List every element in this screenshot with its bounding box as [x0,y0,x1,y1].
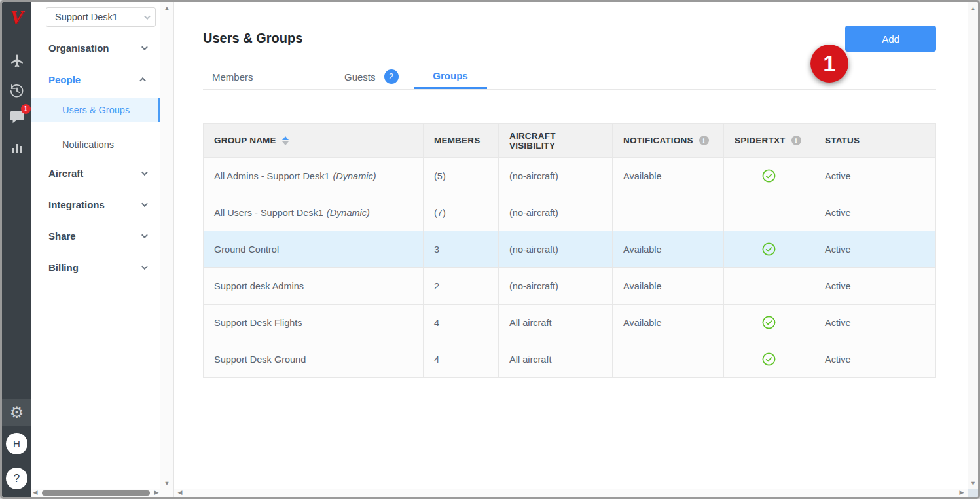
table-row[interactable]: All Users - Support Desk1(Dynamic) (7) (… [204,194,936,231]
scroll-left-icon[interactable]: ◀ [176,489,184,497]
sidebar-item-people[interactable]: People [31,70,160,88]
scroll-right-icon[interactable]: ▶ [153,489,160,497]
page-title: Users & Groups [203,31,302,46]
status-cell: Active [814,268,936,305]
scroll-right-icon[interactable]: ▶ [958,489,966,497]
status-cell: Active [814,158,936,194]
scroll-up-icon[interactable]: ▲ [968,5,978,12]
history-nav-icon[interactable] [2,83,31,100]
main-content: Users & Groups Add 1 Members Guests 2 Gr… [174,2,968,497]
aircraft-visibility-cell: All aircraft [499,341,613,378]
spidertxt-check-icon [761,353,776,363]
sidebar-item-integrations[interactable]: Integrations [31,195,160,213]
table-row[interactable]: Support Desk Flights 4 All aircraft Avai… [204,305,936,341]
sidebar: Support Desk1 Organisation People Users … [31,2,160,497]
main-vertical-scrollbar[interactable]: ▲ ▼ [968,2,978,497]
bar-chart-icon [10,141,24,155]
spidertxt-cell [724,268,814,305]
guests-count-badge: 2 [384,69,399,84]
status-cell: Active [814,231,936,268]
messages-nav-icon[interactable]: 1 [2,108,31,125]
chevron-down-icon [141,200,148,207]
notifications-cell [613,194,724,231]
sidebar-item-aircraft[interactable]: Aircraft [31,164,160,182]
sidebar-item-users-groups[interactable]: Users & Groups [31,98,160,122]
notifications-cell: Available [613,305,724,341]
notifications-cell [613,341,724,378]
tab-groups[interactable]: Groups [414,64,487,89]
members-cell: (7) [424,194,499,231]
scroll-down-icon[interactable]: ▼ [160,480,173,487]
table-row[interactable]: All Admins - Support Desk1(Dynamic) (5) … [204,158,936,194]
group-name-cell: Support desk Admins [204,268,424,305]
sidebar-item-billing[interactable]: Billing [31,258,160,276]
members-cell: 4 [424,305,499,341]
scroll-left-icon[interactable]: ◀ [31,489,39,497]
airplane-icon [9,53,25,69]
column-members: MEMBERS [424,124,499,158]
add-button[interactable]: Add [845,26,936,52]
column-notifications: NOTIFICATIONS i [613,124,724,158]
spidertxt-cell [724,194,814,231]
sort-icon[interactable] [282,136,289,145]
group-name-cell: Support Desk Ground [204,341,424,378]
annotation-step-badge: 1 [810,45,848,83]
main-horizontal-scrollbar[interactable]: ◀ ▶ [174,489,968,497]
tab-guests[interactable]: Guests 2 [344,64,399,89]
spidertxt-cell [724,305,814,341]
spidertxt-check-icon [761,243,776,253]
sidebar-item-notifications[interactable]: Notifications [31,132,160,157]
column-status: STATUS [814,124,936,158]
tab-members[interactable]: Members [212,64,253,89]
gear-icon: ⚙ [10,405,24,420]
app-window: V 1 [0,0,980,499]
spidertxt-cell [724,231,814,268]
table-row[interactable]: Support Desk Ground 4 All aircraft Activ… [204,341,936,378]
organisation-selector[interactable]: Support Desk1 [46,7,156,27]
user-avatar[interactable]: H [6,433,27,454]
spidertxt-check-icon [761,316,776,327]
chevron-down-icon [141,44,148,50]
chevron-down-icon [141,169,148,176]
column-group-name[interactable]: GROUP NAME [204,124,424,158]
scroll-up-icon[interactable]: ▲ [160,5,173,11]
scrollbar-corner [968,489,979,497]
status-cell: Active [814,305,936,341]
notifications-cell: Available [613,158,724,194]
info-icon[interactable]: i [791,136,801,145]
icon-rail: V 1 [2,2,31,497]
status-cell: Active [814,194,936,231]
sidebar-item-share[interactable]: Share [31,227,160,245]
group-name-cell: Support Desk Flights [204,305,424,341]
group-name-cell: All Admins - Support Desk1(Dynamic) [204,158,424,194]
sidebar-horizontal-scrollbar[interactable]: ◀ ▶ [31,489,160,497]
info-icon[interactable]: i [699,136,709,145]
history-clock-icon [9,83,26,100]
group-name-cell: All Users - Support Desk1(Dynamic) [204,194,424,231]
members-cell: 3 [424,231,499,268]
settings-nav-item[interactable]: ⚙ [2,399,31,426]
scroll-down-icon[interactable]: ▼ [968,480,978,487]
group-table-body: All Admins - Support Desk1(Dynamic) (5) … [204,158,936,378]
chevron-down-icon [141,232,148,238]
spidertxt-cell [724,158,814,194]
aircraft-visibility-cell: (no-aircraft) [499,231,613,268]
table-row[interactable]: Support desk Admins 2 (no-aircraft) Avai… [204,268,936,305]
chat-unread-badge: 1 [21,104,31,114]
aircraft-visibility-cell: (no-aircraft) [499,268,613,305]
scrollbar-thumb[interactable] [42,490,150,496]
groups-table: GROUP NAME MEMBERS AIRCRAFT VISIBILITY [203,123,936,378]
members-cell: (5) [424,158,499,194]
reports-nav-icon[interactable] [2,141,31,155]
notifications-cell: Available [613,268,724,305]
aircraft-visibility-cell: (no-aircraft) [499,158,613,194]
sidebar-vertical-scrollbar[interactable]: ▲ ▼ [160,2,174,497]
table-row[interactable]: Ground Control 3 (no-aircraft) Available… [204,231,936,268]
aircraft-nav-icon[interactable] [2,53,31,69]
help-button[interactable]: ? [6,468,27,489]
sidebar-item-organisation[interactable]: Organisation [31,39,160,57]
spidertxt-check-icon [761,170,776,180]
notifications-cell: Available [613,231,724,268]
aircraft-visibility-cell: All aircraft [499,305,613,341]
brand-logo: V [2,6,31,28]
